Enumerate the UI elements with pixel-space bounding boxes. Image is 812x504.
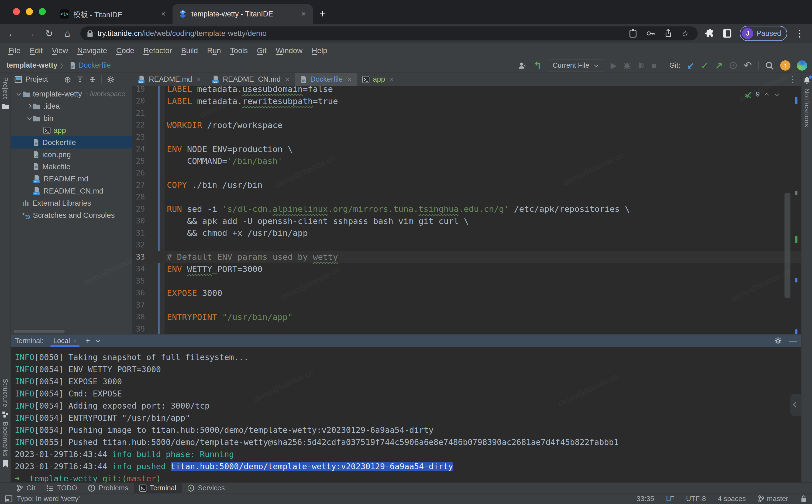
line-number[interactable]: 32 [132, 240, 164, 249]
line-number[interactable]: 37 [132, 301, 164, 309]
menu-git[interactable]: Git [252, 46, 271, 55]
revert-arrow-icon[interactable]: ↰ [534, 60, 542, 71]
window-controls[interactable] [13, 8, 46, 15]
fullscreen-window-button[interactable] [39, 8, 46, 15]
indent-setting[interactable]: 4 spaces [718, 495, 746, 503]
search-everywhere-icon[interactable] [765, 61, 774, 70]
browser-tab-0[interactable]: <t>模板 - TitanIDE× [54, 4, 173, 24]
line-number[interactable]: 21 [132, 109, 164, 118]
editor-tab-readme.md[interactable]: MDREADME.md× [132, 73, 206, 86]
close-tab-icon[interactable]: × [301, 10, 306, 18]
git-push-icon[interactable]: ↗ [715, 60, 723, 71]
code-line-27[interactable]: 27COPY ./bin /usr/bin [132, 179, 801, 191]
next-problem-icon[interactable] [775, 91, 779, 96]
tree-item-external-libraries[interactable]: External Libraries [11, 197, 132, 209]
git-branch-widget[interactable]: master [758, 495, 788, 503]
line-number[interactable]: 29 [132, 205, 164, 213]
line-number[interactable]: 24 [132, 144, 164, 153]
terminal-tab-local[interactable]: Local × [50, 334, 79, 347]
code-line-19[interactable]: 19LABEL metadata.usesubdomain=false [132, 86, 801, 95]
error-stripe-mark[interactable] [795, 278, 797, 282]
browser-tab-1[interactable]: template-wetty - TitanIDE× [173, 4, 313, 24]
breadcrumb-file[interactable]: Dockerfile [78, 61, 111, 70]
code-line-33[interactable]: 33# Default ENV params used by wetty [132, 251, 801, 263]
structure-icon[interactable] [2, 411, 9, 418]
editor-tab-dockerfile[interactable]: Dockerfile× [295, 73, 357, 86]
toolwindow-button-terminal[interactable]: Terminal [134, 483, 182, 493]
project-horizontal-scrollbar[interactable] [13, 330, 65, 333]
menu-refactor[interactable]: Refactor [139, 46, 177, 55]
reload-icon[interactable]: ↻ [44, 28, 54, 39]
line-number[interactable]: 27 [132, 181, 164, 189]
collapse-all-icon[interactable] [89, 76, 96, 83]
collapse-panel-handle[interactable] [790, 394, 801, 416]
line-number[interactable]: 34 [132, 264, 164, 273]
editor-vertical-scrollbar[interactable] [785, 193, 790, 298]
toolwindow-notifications-label[interactable]: Notifications [803, 88, 811, 127]
error-stripe-mark[interactable] [795, 236, 797, 243]
close-editor-tab-icon[interactable]: × [347, 76, 351, 83]
address-bar[interactable]: try.titanide.cn/ide/web/coding/template-… [80, 26, 698, 40]
error-stripe-mark[interactable] [795, 191, 797, 195]
chevron-down-icon[interactable] [17, 91, 21, 96]
home-icon[interactable]: ⌂ [62, 28, 73, 39]
tree-item-app[interactable]: app [11, 124, 132, 136]
debug-bug-icon[interactable] [623, 61, 631, 70]
close-terminal-tab-icon[interactable]: × [73, 337, 77, 344]
new-tab-button[interactable]: + [319, 8, 325, 20]
profile-settings-icon[interactable] [518, 61, 527, 70]
line-number[interactable]: 39 [132, 325, 164, 333]
minimize-window-button[interactable] [26, 8, 33, 15]
tree-item-.idea[interactable]: .idea [11, 100, 132, 112]
code-line-35[interactable]: 35 [132, 275, 801, 287]
project-panel-title[interactable]: Project [25, 75, 48, 84]
bookmark-star-icon[interactable]: ☆ [681, 28, 689, 39]
editor-tab-app[interactable]: app× [357, 73, 399, 86]
password-key-icon[interactable] [646, 30, 655, 37]
code-line-39[interactable]: 39 [132, 323, 801, 334]
toolwindow-button-todo[interactable]: TODO [41, 483, 82, 493]
code-line-38[interactable]: 38ENTRYPOINT "/usr/bin/app" [132, 311, 801, 323]
line-number[interactable]: 22 [132, 120, 164, 129]
run-configuration-select[interactable]: Current File [548, 60, 604, 71]
menu-view[interactable]: View [47, 46, 73, 55]
tree-item-makefile[interactable]: Makefile [11, 161, 132, 173]
close-window-button[interactable] [13, 8, 20, 15]
titan-account-icon[interactable] [797, 60, 807, 71]
line-number[interactable]: 20 [132, 96, 164, 105]
code-line-23[interactable]: 23 [132, 131, 801, 143]
close-editor-tab-icon[interactable]: × [285, 76, 289, 83]
extensions-puzzle-icon[interactable] [705, 29, 714, 38]
code-line-26[interactable]: 26 [132, 167, 801, 179]
git-commit-icon[interactable]: ✓ [701, 60, 709, 71]
tree-item-scratches-and-consoles[interactable]: Scratches and Consoles [11, 209, 132, 221]
hide-panel-icon[interactable]: — [120, 75, 128, 84]
code-line-25[interactable]: 25 COMMAND='/bin/bash' [132, 155, 801, 167]
statusbar-message[interactable]: Typo: In word 'wetty' [17, 495, 80, 503]
undo-icon[interactable]: ↶ [744, 60, 752, 71]
terminal-output[interactable]: INFO[0050] Taking snapshot of full files… [11, 347, 801, 482]
run-icon[interactable]: ▶ [611, 61, 617, 70]
code-line-30[interactable]: 30 && apk add -U openssh-client sshpass … [132, 215, 801, 227]
menu-file[interactable]: File [4, 46, 25, 55]
bookmark-flag-icon[interactable] [2, 460, 9, 468]
line-number[interactable]: 26 [132, 168, 164, 177]
tree-item-readme_cn.md[interactable]: MDREADME_CN.md [11, 185, 132, 197]
menu-window[interactable]: Window [271, 46, 307, 55]
panel-settings-gear-icon[interactable] [107, 76, 115, 83]
code-line-24[interactable]: 24ENV NODE_ENV=production \ [132, 143, 801, 155]
chevron-down-icon[interactable] [27, 115, 32, 120]
close-tab-icon[interactable]: × [161, 10, 166, 18]
line-number[interactable]: 25 [132, 157, 164, 165]
menu-edit[interactable]: Edit [25, 46, 47, 55]
toolwindow-bookmarks-label[interactable]: Bookmarks [2, 422, 9, 457]
menu-tools[interactable]: Tools [226, 46, 252, 55]
tree-item-dockerfile[interactable]: Dockerfile [11, 136, 132, 149]
line-number[interactable]: 23 [132, 133, 164, 141]
history-clock-icon[interactable] [729, 61, 737, 70]
back-icon[interactable]: ← [7, 28, 18, 39]
code-line-20[interactable]: 20LABEL metadata.rewritesubpath=true [132, 95, 801, 107]
toolwindow-project-label[interactable]: Project [2, 77, 9, 99]
line-number[interactable]: 30 [132, 216, 164, 225]
clipboard-icon[interactable] [629, 29, 637, 38]
